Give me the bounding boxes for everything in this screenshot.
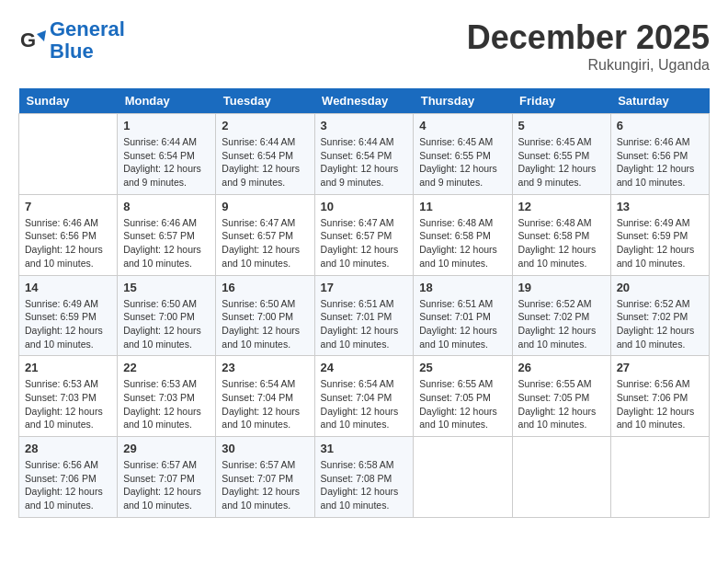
day-number: 11 bbox=[419, 200, 506, 213]
page-header: G General Blue December 2025 Rukungiri, … bbox=[18, 18, 710, 74]
calendar-cell: 20Sunrise: 6:52 AMSunset: 7:02 PMDayligh… bbox=[610, 275, 709, 356]
day-info: Sunrise: 6:44 AMSunset: 6:54 PMDaylight:… bbox=[222, 135, 308, 190]
day-number: 19 bbox=[518, 281, 605, 294]
day-number: 23 bbox=[222, 361, 308, 374]
day-number: 30 bbox=[222, 442, 308, 455]
calendar-cell: 25Sunrise: 6:55 AMSunset: 7:05 PMDayligh… bbox=[414, 356, 512, 437]
day-number: 12 bbox=[518, 200, 605, 213]
day-info: Sunrise: 6:48 AMSunset: 6:58 PMDaylight:… bbox=[419, 216, 506, 270]
day-info: Sunrise: 6:49 AMSunset: 6:59 PMDaylight:… bbox=[617, 216, 703, 270]
calendar-cell: 5Sunrise: 6:45 AMSunset: 6:55 PMDaylight… bbox=[512, 114, 610, 195]
day-info: Sunrise: 6:50 AMSunset: 7:00 PMDaylight:… bbox=[222, 297, 308, 351]
day-info: Sunrise: 6:54 AMSunset: 7:04 PMDaylight:… bbox=[321, 377, 408, 431]
day-number: 9 bbox=[222, 200, 308, 213]
calendar-cell: 9Sunrise: 6:47 AMSunset: 6:57 PMDaylight… bbox=[216, 194, 314, 275]
day-number: 4 bbox=[419, 119, 506, 132]
day-number: 31 bbox=[321, 442, 408, 455]
calendar-cell: 22Sunrise: 6:53 AMSunset: 7:03 PMDayligh… bbox=[118, 356, 216, 437]
calendar-cell: 12Sunrise: 6:48 AMSunset: 6:58 PMDayligh… bbox=[512, 194, 610, 275]
svg-text:G: G bbox=[20, 29, 36, 52]
day-info: Sunrise: 6:50 AMSunset: 7:00 PMDaylight:… bbox=[123, 297, 210, 351]
day-info: Sunrise: 6:52 AMSunset: 7:02 PMDaylight:… bbox=[518, 297, 605, 351]
day-info: Sunrise: 6:54 AMSunset: 7:04 PMDaylight:… bbox=[222, 377, 308, 431]
calendar-cell: 13Sunrise: 6:49 AMSunset: 6:59 PMDayligh… bbox=[610, 194, 709, 275]
day-info: Sunrise: 6:52 AMSunset: 7:02 PMDaylight:… bbox=[617, 297, 703, 351]
day-number: 27 bbox=[617, 361, 703, 374]
weekday-header: Wednesday bbox=[314, 88, 414, 114]
calendar-cell: 21Sunrise: 6:53 AMSunset: 7:03 PMDayligh… bbox=[19, 356, 118, 437]
day-number: 16 bbox=[222, 281, 308, 294]
weekday-header: Thursday bbox=[414, 88, 512, 114]
calendar-cell: 29Sunrise: 6:57 AMSunset: 7:07 PMDayligh… bbox=[118, 437, 216, 518]
logo-icon: G bbox=[18, 27, 46, 54]
day-number: 22 bbox=[123, 361, 210, 374]
day-info: Sunrise: 6:46 AMSunset: 6:57 PMDaylight:… bbox=[123, 216, 210, 270]
weekday-header-row: SundayMondayTuesdayWednesdayThursdayFrid… bbox=[19, 88, 710, 114]
title-block: December 2025 Rukungiri, Uganda bbox=[467, 18, 710, 74]
calendar-cell: 17Sunrise: 6:51 AMSunset: 7:01 PMDayligh… bbox=[314, 275, 414, 356]
calendar-week-row: 21Sunrise: 6:53 AMSunset: 7:03 PMDayligh… bbox=[19, 356, 710, 437]
day-info: Sunrise: 6:47 AMSunset: 6:57 PMDaylight:… bbox=[222, 216, 308, 270]
calendar-cell: 30Sunrise: 6:57 AMSunset: 7:07 PMDayligh… bbox=[216, 437, 314, 518]
day-number: 13 bbox=[617, 200, 703, 213]
calendar-cell: 26Sunrise: 6:55 AMSunset: 7:05 PMDayligh… bbox=[512, 356, 610, 437]
month-title: December 2025 bbox=[467, 18, 710, 57]
day-info: Sunrise: 6:56 AMSunset: 7:06 PMDaylight:… bbox=[25, 458, 111, 512]
day-info: Sunrise: 6:55 AMSunset: 7:05 PMDaylight:… bbox=[518, 377, 605, 431]
day-number: 25 bbox=[419, 361, 506, 374]
day-info: Sunrise: 6:51 AMSunset: 7:01 PMDaylight:… bbox=[419, 297, 506, 351]
day-info: Sunrise: 6:51 AMSunset: 7:01 PMDaylight:… bbox=[321, 297, 408, 351]
weekday-header: Sunday bbox=[19, 88, 118, 114]
weekday-header: Monday bbox=[118, 88, 216, 114]
day-info: Sunrise: 6:53 AMSunset: 7:03 PMDaylight:… bbox=[123, 377, 210, 431]
day-number: 7 bbox=[25, 200, 111, 213]
calendar-cell: 15Sunrise: 6:50 AMSunset: 7:00 PMDayligh… bbox=[118, 275, 216, 356]
day-info: Sunrise: 6:47 AMSunset: 6:57 PMDaylight:… bbox=[321, 216, 408, 270]
calendar-cell: 19Sunrise: 6:52 AMSunset: 7:02 PMDayligh… bbox=[512, 275, 610, 356]
day-info: Sunrise: 6:56 AMSunset: 7:06 PMDaylight:… bbox=[617, 377, 703, 431]
location: Rukungiri, Uganda bbox=[467, 57, 710, 74]
calendar-cell: 16Sunrise: 6:50 AMSunset: 7:00 PMDayligh… bbox=[216, 275, 314, 356]
day-info: Sunrise: 6:45 AMSunset: 6:55 PMDaylight:… bbox=[419, 135, 506, 190]
calendar-cell: 8Sunrise: 6:46 AMSunset: 6:57 PMDaylight… bbox=[118, 194, 216, 275]
day-number: 28 bbox=[25, 442, 111, 455]
calendar-cell: 2Sunrise: 6:44 AMSunset: 6:54 PMDaylight… bbox=[216, 114, 314, 195]
calendar-cell: 1Sunrise: 6:44 AMSunset: 6:54 PMDaylight… bbox=[118, 114, 216, 195]
calendar-cell: 27Sunrise: 6:56 AMSunset: 7:06 PMDayligh… bbox=[610, 356, 709, 437]
weekday-header: Tuesday bbox=[216, 88, 314, 114]
calendar-cell: 7Sunrise: 6:46 AMSunset: 6:56 PMDaylight… bbox=[19, 194, 118, 275]
calendar-cell: 18Sunrise: 6:51 AMSunset: 7:01 PMDayligh… bbox=[414, 275, 512, 356]
calendar-week-row: 28Sunrise: 6:56 AMSunset: 7:06 PMDayligh… bbox=[19, 437, 710, 518]
day-info: Sunrise: 6:44 AMSunset: 6:54 PMDaylight:… bbox=[123, 135, 210, 190]
day-number: 14 bbox=[25, 281, 111, 294]
day-number: 6 bbox=[617, 119, 703, 132]
calendar-cell bbox=[19, 114, 118, 195]
day-number: 5 bbox=[518, 119, 605, 132]
logo-general: General bbox=[50, 17, 125, 40]
calendar-cell: 10Sunrise: 6:47 AMSunset: 6:57 PMDayligh… bbox=[314, 194, 414, 275]
calendar-cell bbox=[414, 437, 512, 518]
calendar-cell: 28Sunrise: 6:56 AMSunset: 7:06 PMDayligh… bbox=[19, 437, 118, 518]
calendar-week-row: 14Sunrise: 6:49 AMSunset: 6:59 PMDayligh… bbox=[19, 275, 710, 356]
logo-blue: Blue bbox=[50, 40, 94, 63]
day-info: Sunrise: 6:57 AMSunset: 7:07 PMDaylight:… bbox=[123, 458, 210, 512]
weekday-header: Saturday bbox=[610, 88, 709, 114]
calendar-cell: 4Sunrise: 6:45 AMSunset: 6:55 PMDaylight… bbox=[414, 114, 512, 195]
day-number: 8 bbox=[123, 200, 210, 213]
day-info: Sunrise: 6:44 AMSunset: 6:54 PMDaylight:… bbox=[321, 135, 408, 190]
day-number: 18 bbox=[419, 281, 506, 294]
day-number: 1 bbox=[123, 119, 210, 132]
calendar-cell: 3Sunrise: 6:44 AMSunset: 6:54 PMDaylight… bbox=[314, 114, 414, 195]
day-number: 2 bbox=[222, 119, 308, 132]
calendar-cell: 6Sunrise: 6:46 AMSunset: 6:56 PMDaylight… bbox=[610, 114, 709, 195]
calendar-week-row: 7Sunrise: 6:46 AMSunset: 6:56 PMDaylight… bbox=[19, 194, 710, 275]
calendar-cell: 14Sunrise: 6:49 AMSunset: 6:59 PMDayligh… bbox=[19, 275, 118, 356]
day-number: 24 bbox=[321, 361, 408, 374]
day-info: Sunrise: 6:49 AMSunset: 6:59 PMDaylight:… bbox=[25, 297, 111, 351]
weekday-header: Friday bbox=[512, 88, 610, 114]
day-info: Sunrise: 6:55 AMSunset: 7:05 PMDaylight:… bbox=[419, 377, 506, 431]
calendar-cell: 23Sunrise: 6:54 AMSunset: 7:04 PMDayligh… bbox=[216, 356, 314, 437]
calendar-cell bbox=[512, 437, 610, 518]
calendar-cell: 11Sunrise: 6:48 AMSunset: 6:58 PMDayligh… bbox=[414, 194, 512, 275]
day-number: 29 bbox=[123, 442, 210, 455]
